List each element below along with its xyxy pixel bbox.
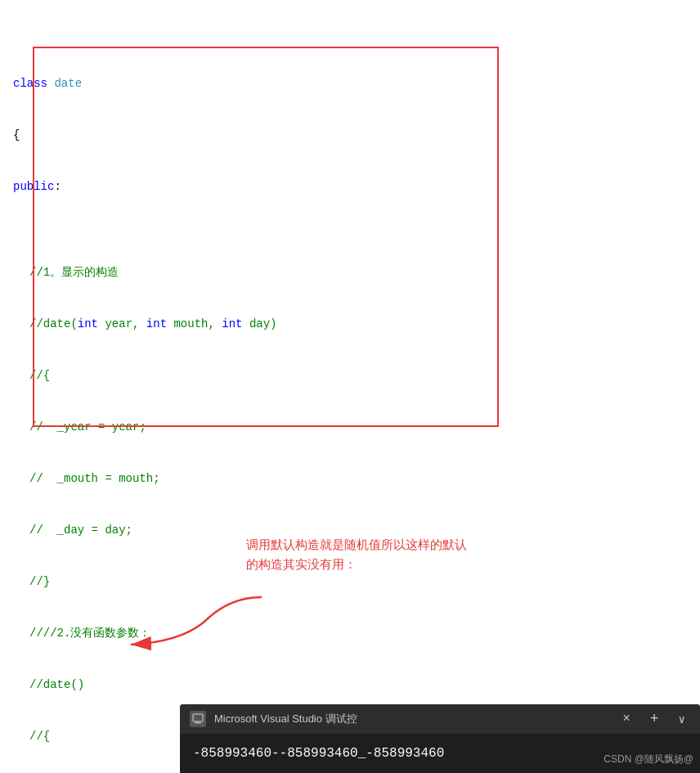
- code-line-comment-6: // _day = day;: [0, 522, 700, 539]
- code-line-comment-9: //date(): [0, 676, 700, 694]
- debug-plus-button[interactable]: +: [644, 709, 666, 729]
- debug-titlebar: Microsoft Visual Studio 调试控 × + ∨: [180, 704, 700, 734]
- code-line-comment-5: // _mouth = mouth;: [0, 470, 700, 488]
- code-content: class date { public: //1。显示的构造 //date(in…: [0, 0, 700, 773]
- code-line-comment-7: //}: [0, 573, 700, 591]
- code-line-3: public:: [0, 178, 700, 195]
- svg-rect-1: [193, 714, 203, 721]
- svg-rect-3: [196, 721, 200, 723]
- debug-output-value: -858993460--858993460_-858993460: [193, 746, 444, 761]
- csdn-watermark: CSDN @随风飘扬@: [604, 753, 693, 766]
- debug-window-icon: [190, 711, 206, 727]
- code-line-1: class date: [0, 75, 700, 92]
- code-line-comment-3: //{: [0, 367, 700, 384]
- debug-close-button[interactable]: ×: [617, 710, 635, 728]
- debug-title-text: Microsoft Visual Studio 调试控: [214, 712, 609, 726]
- code-line-comment-4: // _year = year;: [0, 419, 700, 436]
- code-line-comment-2: //date(int year, int mouth, int day): [0, 316, 700, 333]
- code-editor: class date { public: //1。显示的构造 //date(in…: [0, 0, 700, 773]
- debug-chevron-button[interactable]: ∨: [674, 711, 690, 728]
- code-line-comment-1: //1。显示的构造: [0, 264, 700, 281]
- code-line-comment-8: ////2.没有函数参数：: [0, 625, 700, 642]
- code-line-2: {: [0, 127, 700, 144]
